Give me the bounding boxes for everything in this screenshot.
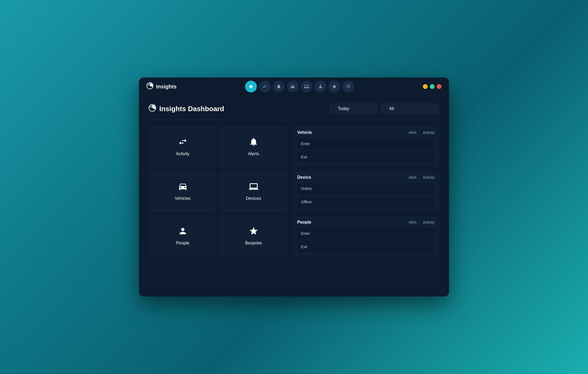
- vehicle-section: Vehicle Alert Activity Enter Exit: [292, 126, 439, 167]
- device-alert-col: Alert: [409, 175, 416, 180]
- alerts-icon: [249, 137, 258, 149]
- nav-device-button[interactable]: [301, 81, 312, 92]
- people-section-header: People Alert Activity: [297, 220, 435, 225]
- category-bespoke[interactable]: Bespoke: [219, 215, 288, 257]
- category-people-label: People: [176, 241, 189, 246]
- nav-home-button[interactable]: [245, 81, 257, 92]
- nav-favourite-button[interactable]: [328, 81, 340, 92]
- people-section-cols: Alert Activity: [409, 220, 435, 224]
- category-activity-label: Activity: [176, 151, 189, 156]
- activity-icon: [178, 137, 188, 149]
- device-offline-label: Offline: [301, 200, 312, 204]
- category-bespoke-label: Bespoke: [245, 241, 262, 246]
- people-activity-col: Activity: [423, 220, 435, 224]
- category-vehicles[interactable]: Vehicles: [149, 170, 217, 212]
- filter-scope-button[interactable]: All: [381, 103, 439, 114]
- people-section: People Alert Activity Enter Exit: [292, 216, 439, 257]
- people-alert-col: Alert: [409, 220, 416, 224]
- category-grid: Activity Alerts Vehicles: [149, 126, 288, 257]
- close-button[interactable]: [437, 84, 442, 89]
- vehicle-section-header: Vehicle Alert Activity: [297, 130, 435, 135]
- people-icon: [178, 226, 188, 238]
- status-panel: Vehicle Alert Activity Enter Exit: [292, 126, 439, 257]
- app-window: Insights: [139, 77, 449, 297]
- nav-icons: [245, 81, 354, 92]
- dashboard-header: Insights Dashboard Today All: [149, 103, 439, 114]
- vehicle-exit-label: Exit: [301, 155, 307, 159]
- device-online-row[interactable]: Online: [297, 183, 435, 194]
- category-devices-label: Devices: [246, 196, 261, 201]
- dashboard-filters: Today All: [329, 103, 439, 114]
- vehicle-section-cols: Alert Activity: [409, 130, 435, 135]
- bespoke-icon: [249, 226, 258, 238]
- vehicle-section-title: Vehicle: [297, 130, 312, 135]
- dashboard-title: Insights Dashboard: [159, 105, 224, 113]
- nav-people-button[interactable]: [315, 81, 326, 92]
- people-exit-label: Exit: [301, 245, 307, 249]
- device-section: Device Alert Activity Online Offline: [292, 171, 439, 212]
- people-section-title: People: [297, 220, 311, 225]
- device-activity-col: Activity: [423, 175, 435, 180]
- nav-alerts-button[interactable]: [273, 81, 285, 92]
- vehicle-enter-row[interactable]: Enter: [297, 138, 435, 149]
- app-logo-icon: [146, 82, 153, 91]
- device-section-header: Device Alert Activity: [297, 175, 435, 180]
- vehicle-activity-col: Activity: [423, 130, 435, 135]
- main-content: Insights Dashboard Today All Activity: [139, 96, 449, 297]
- category-alerts-label: Alerts: [248, 151, 259, 156]
- nav-transfer-button[interactable]: [259, 81, 271, 92]
- category-people[interactable]: People: [149, 215, 217, 257]
- title-bar-left: Insights: [146, 82, 177, 91]
- vehicle-alert-col: Alert: [409, 130, 416, 135]
- people-exit-row[interactable]: Exit: [297, 241, 435, 252]
- section-divider: [149, 120, 439, 120]
- app-title: Insights: [156, 84, 177, 90]
- category-devices[interactable]: Devices: [219, 170, 288, 212]
- category-activity[interactable]: Activity: [149, 126, 217, 168]
- window-controls: [423, 84, 442, 89]
- nav-vehicle-button[interactable]: [287, 81, 299, 92]
- title-bar: Insights: [139, 77, 449, 96]
- minimize-button[interactable]: [423, 84, 428, 89]
- dashboard-icon: [149, 104, 156, 113]
- devices-icon: [249, 182, 258, 193]
- nav-refresh-button[interactable]: [342, 81, 354, 92]
- maximize-button[interactable]: [430, 84, 435, 89]
- vehicle-exit-row[interactable]: Exit: [297, 151, 435, 163]
- device-offline-row[interactable]: Offline: [297, 196, 435, 208]
- device-section-cols: Alert Activity: [409, 175, 435, 180]
- device-online-label: Online: [301, 186, 312, 191]
- category-alerts[interactable]: Alerts: [219, 126, 288, 168]
- dashboard-title-wrap: Insights Dashboard: [149, 104, 224, 113]
- people-enter-row[interactable]: Enter: [297, 228, 435, 239]
- dashboard-body: Activity Alerts Vehicles: [149, 126, 439, 257]
- people-enter-label: Enter: [301, 231, 310, 236]
- device-section-title: Device: [297, 175, 311, 180]
- vehicle-enter-label: Enter: [301, 142, 310, 146]
- category-vehicles-label: Vehicles: [175, 196, 191, 201]
- filter-time-button[interactable]: Today: [329, 103, 377, 114]
- vehicles-icon: [178, 182, 188, 193]
